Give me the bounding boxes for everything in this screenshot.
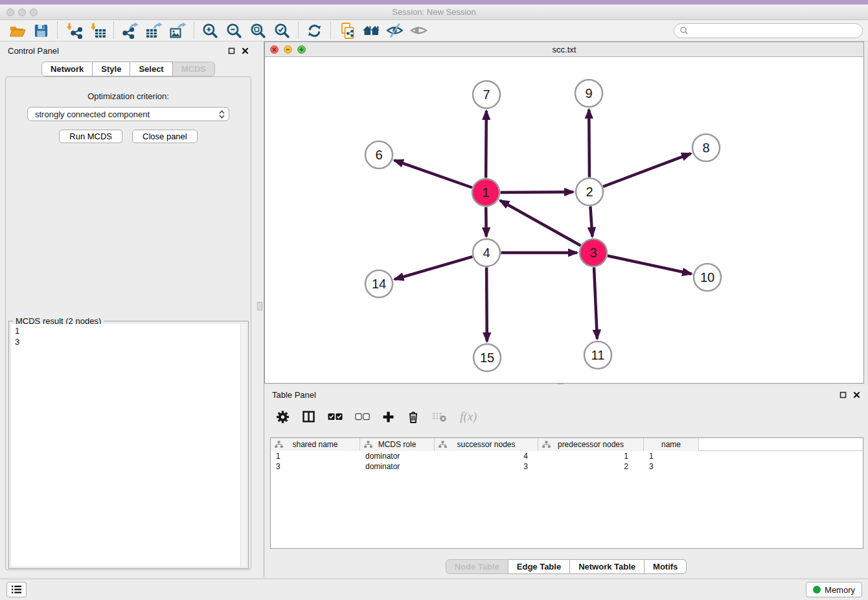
search-field[interactable] <box>674 23 863 38</box>
table-panel: Table Panel <box>264 386 868 577</box>
export-image-button[interactable] <box>166 21 190 40</box>
toggle-panel-layout-button[interactable] <box>302 410 315 423</box>
tab-network-table[interactable]: Network Table <box>570 559 645 574</box>
result-scrollbar[interactable] <box>240 324 246 566</box>
node-label-4: 4 <box>483 246 490 260</box>
apply-function-button[interactable]: f(x) <box>460 410 477 424</box>
refresh-icon <box>306 23 323 39</box>
edge-1-7[interactable] <box>486 111 486 178</box>
application-window: Session: New Session <box>0 0 868 600</box>
save-session-button[interactable] <box>29 21 53 40</box>
search-input[interactable] <box>689 26 857 36</box>
tab-mcds[interactable]: MCDS <box>173 62 215 76</box>
cell-name[interactable]: 1 <box>644 452 699 461</box>
import-network-button[interactable] <box>62 21 86 40</box>
column-label: predecessor nodes <box>558 440 624 449</box>
run-mcds-button[interactable]: Run MCDS <box>59 130 122 143</box>
table-row[interactable]: 3dominator323 <box>271 461 863 472</box>
table-panel-tabs: Node TableEdge TableNetwork TableMotifs <box>264 559 868 574</box>
graphics-details-button[interactable] <box>383 21 407 40</box>
mcds-result-item: 3 <box>15 336 242 347</box>
cell-shared_name[interactable]: 3 <box>271 462 360 471</box>
float-panel-icon[interactable] <box>839 391 847 398</box>
network-canvas[interactable]: 7968124314101511 <box>265 57 863 383</box>
column-header-name[interactable]: name <box>644 438 699 451</box>
table-row[interactable]: 1dominator411 <box>271 451 863 461</box>
close-panel-icon[interactable] <box>853 391 860 398</box>
refresh-view-button[interactable] <box>303 21 326 40</box>
cell-predecessor_nodes[interactable]: 1 <box>538 452 644 461</box>
edge-1-6[interactable] <box>394 160 472 187</box>
column-header-mcds_role[interactable]: MCDS role <box>360 438 435 451</box>
float-panel-icon[interactable] <box>228 47 235 54</box>
delete-table-button[interactable] <box>432 411 448 422</box>
column-header-successor_nodes[interactable]: successor nodes <box>435 438 538 451</box>
mcds-result-group: MCDS result (2 nodes) 13 <box>8 321 249 569</box>
cell-shared_name[interactable]: 1 <box>271 452 360 461</box>
tab-edge-table[interactable]: Edge Table <box>508 559 570 574</box>
cell-mcds_role[interactable]: dominator <box>360 462 435 471</box>
criterion-value: strongly connected component <box>35 110 219 119</box>
mcds-panel: Optimization criterion: strongly connect… <box>5 76 251 570</box>
open-session-button[interactable] <box>5 21 29 40</box>
cell-successor_nodes[interactable]: 3 <box>435 462 538 471</box>
add-column-button[interactable] <box>382 411 394 423</box>
cell-predecessor_nodes[interactable]: 2 <box>538 462 644 471</box>
column-header-predecessor_nodes[interactable]: predecessor nodes <box>538 438 644 451</box>
close-panel-icon[interactable] <box>242 47 249 54</box>
delete-table-icon <box>432 411 448 422</box>
node-label-14: 14 <box>372 277 386 291</box>
zoom-selected-button[interactable] <box>270 21 294 40</box>
close-panel-button[interactable]: Close panel <box>132 130 198 143</box>
toolbar-separator <box>57 22 58 39</box>
unchecked-boxes-icon <box>355 413 370 421</box>
zoom-out-button[interactable] <box>222 21 246 40</box>
cell-name[interactable]: 3 <box>644 462 699 471</box>
table-settings-button[interactable] <box>276 410 290 424</box>
clone-network-button[interactable] <box>335 21 359 40</box>
network-overview-button[interactable] <box>359 21 383 40</box>
vertical-splitter[interactable] <box>257 41 264 577</box>
tab-style[interactable]: Style <box>93 62 130 76</box>
zoom-in-icon <box>202 23 218 39</box>
deselect-all-button[interactable] <box>355 413 370 421</box>
edge-2-9[interactable] <box>589 110 589 178</box>
zoom-out-icon <box>226 23 242 39</box>
main-toolbar <box>0 20 868 41</box>
zoom-in-button[interactable] <box>198 21 222 40</box>
birds-eye-view-button[interactable] <box>407 21 431 40</box>
tab-node-table[interactable]: Node Table <box>446 559 508 574</box>
import-network-icon <box>65 22 82 39</box>
zoom-fit-button[interactable] <box>246 21 270 40</box>
task-history-button[interactable] <box>6 582 27 597</box>
criterion-dropdown[interactable]: strongly connected component <box>27 107 229 121</box>
cell-mcds_role[interactable]: dominator <box>360 452 435 461</box>
import-table-icon <box>89 22 106 39</box>
edge-1-4[interactable] <box>486 207 486 237</box>
tab-motifs[interactable]: Motifs <box>645 559 687 574</box>
edge-4-15[interactable] <box>486 268 487 342</box>
edge-1-2[interactable] <box>501 192 574 192</box>
table-body: 1dominator4113dominator323 <box>271 451 863 472</box>
memory-button[interactable]: Memory <box>806 582 862 597</box>
vertical-splitter-handle[interactable] <box>257 302 262 310</box>
edge-2-3[interactable] <box>590 207 592 237</box>
edge-2-8[interactable] <box>603 154 691 187</box>
export-table-button[interactable] <box>142 21 166 40</box>
column-header-shared_name[interactable]: shared name <box>271 438 360 451</box>
export-network-button[interactable] <box>118 21 142 40</box>
edge-3-1[interactable] <box>500 200 581 246</box>
edge-3-10[interactable] <box>608 256 692 274</box>
tab-select[interactable]: Select <box>130 62 172 76</box>
edge-4-14[interactable] <box>394 257 472 279</box>
select-all-button[interactable] <box>328 413 343 421</box>
mcds-result-item: 1 <box>15 325 242 336</box>
import-table-button[interactable] <box>86 21 109 40</box>
mcds-result-textarea[interactable]: 13 <box>11 324 246 566</box>
edge-3-11[interactable] <box>594 268 597 340</box>
cell-successor_nodes[interactable]: 4 <box>435 452 538 461</box>
node-label-15: 15 <box>480 351 494 365</box>
tab-network[interactable]: Network <box>41 62 93 76</box>
clone-network-icon <box>339 22 356 40</box>
delete-column-button[interactable] <box>407 410 420 424</box>
